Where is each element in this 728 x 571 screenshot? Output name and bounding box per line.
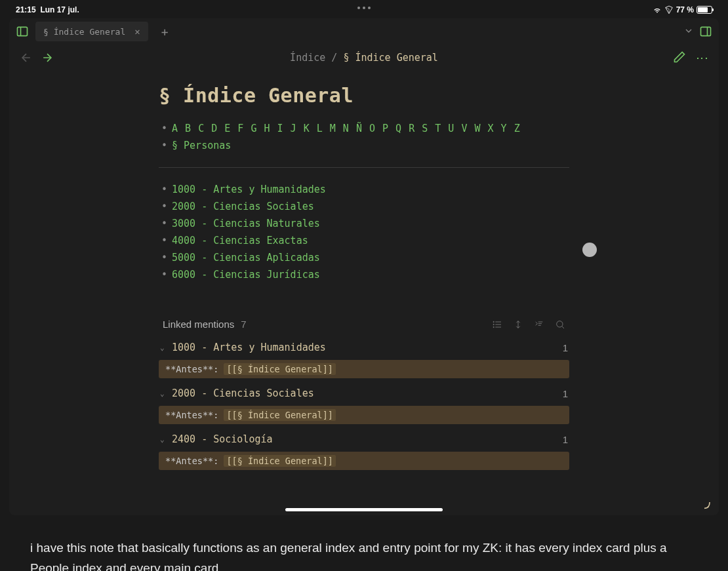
status-time-date: 21:15 Lun 17 jul. — [16, 5, 79, 14]
linked-mentions-label: Linked mentions — [163, 319, 234, 330]
alpha-link[interactable]: E — [224, 123, 230, 134]
alpha-link[interactable]: I — [277, 123, 283, 134]
alpha-link[interactable]: A — [172, 123, 178, 134]
alpha-link[interactable]: N — [343, 123, 349, 134]
mention-group-title: 2400 - Sociología — [172, 433, 273, 445]
app-window: § Índice General ✕ + Índice / § Índice G… — [9, 18, 719, 515]
breadcrumb[interactable]: Índice / § Índice General — [290, 52, 438, 64]
nav-bar: Índice / § Índice General ⋮ — [9, 45, 719, 71]
tab-title: § Índice General — [43, 27, 125, 37]
alpha-link[interactable]: Q — [395, 123, 401, 134]
alpha-link[interactable]: G — [251, 123, 256, 134]
mention-snippet[interactable]: **Antes**: [[§ Índice General]] — [159, 360, 569, 378]
mention-group-header[interactable]: ⌄2000 - Ciencias Sociales1 — [159, 385, 569, 402]
home-indicator[interactable] — [285, 508, 443, 511]
svg-rect-0 — [18, 27, 28, 35]
tab-dropdown-icon[interactable] — [683, 26, 695, 38]
svg-point-16 — [557, 321, 563, 326]
alpha-link[interactable]: B — [185, 123, 191, 134]
svg-point-10 — [493, 324, 494, 325]
divider — [159, 167, 569, 168]
category-link[interactable]: 4000 - Ciencias Exactas — [172, 235, 308, 246]
assistive-touch-cursor[interactable] — [582, 243, 597, 257]
sort-icon[interactable] — [513, 319, 523, 330]
close-tab-icon[interactable]: ✕ — [134, 26, 140, 37]
mention-group-title: 2000 - Ciencias Sociales — [172, 387, 314, 399]
alpha-link[interactable]: O — [369, 123, 375, 134]
battery-icon — [697, 6, 712, 14]
category-link[interactable]: 3000 - Ciencias Naturales — [172, 218, 320, 229]
mention-group: ⌄1000 - Artes y Humanidades1**Antes**: [… — [159, 339, 569, 378]
alpha-link[interactable]: Z — [514, 123, 520, 134]
alpha-link[interactable]: R — [409, 123, 415, 134]
mention-group: ⌄2400 - Sociología1**Antes**: [[§ Índice… — [159, 431, 569, 470]
alpha-link[interactable]: L — [317, 123, 323, 134]
collapse-icon[interactable] — [534, 319, 544, 330]
caption-text: i have this note that basically function… — [0, 515, 728, 571]
category-link[interactable]: 1000 - Artes y Humanidades — [172, 184, 326, 195]
personas-link[interactable]: § Personas — [172, 140, 231, 151]
chevron-down-icon: ⌄ — [160, 344, 169, 352]
alpha-link[interactable]: Y — [501, 123, 507, 134]
linked-mentions-header[interactable]: Linked mentions 7 — [159, 316, 569, 332]
chevron-down-icon: ⌄ — [160, 435, 169, 444]
tab-active[interactable]: § Índice General ✕ — [35, 22, 148, 41]
svg-line-17 — [562, 326, 564, 328]
alpha-link[interactable]: K — [304, 123, 310, 134]
list-view-icon[interactable] — [492, 319, 502, 330]
alpha-link[interactable]: P — [382, 123, 388, 134]
mention-group: ⌄2000 - Ciencias Sociales1**Antes**: [[§… — [159, 385, 569, 424]
mention-snippet[interactable]: **Antes**: [[§ Índice General]] — [159, 452, 569, 470]
status-right: 77 % — [653, 5, 712, 14]
alpha-index-row: A B C D E F G H I J K L M N Ñ O P Q R S … — [159, 120, 569, 137]
mention-group-count: 1 — [563, 388, 568, 399]
forward-button[interactable] — [41, 51, 54, 64]
alpha-link[interactable]: F — [237, 123, 243, 134]
quick-note-corner-icon[interactable] — [702, 500, 712, 510]
chevron-down-icon: ⌄ — [160, 389, 169, 398]
alpha-link[interactable]: V — [461, 123, 467, 134]
search-icon[interactable] — [555, 319, 565, 330]
left-panel-toggle-icon[interactable] — [16, 25, 29, 38]
alpha-link[interactable]: W — [474, 123, 480, 134]
svg-point-9 — [493, 321, 494, 322]
multitask-dots[interactable] — [357, 7, 371, 9]
mention-link-highlight: [[§ Índice General]] — [224, 409, 336, 421]
alpha-link[interactable]: H — [264, 123, 270, 134]
new-tab-button[interactable]: + — [156, 25, 174, 39]
alpha-link[interactable]: M — [330, 123, 336, 134]
back-button[interactable] — [20, 51, 33, 64]
right-panel-toggle-icon[interactable] — [699, 25, 712, 38]
alpha-link[interactable]: C — [198, 123, 204, 134]
alpha-link[interactable]: S — [422, 123, 428, 134]
category-link[interactable]: 2000 - Ciencias Sociales — [172, 201, 314, 212]
mention-group-header[interactable]: ⌄2400 - Sociología1 — [159, 431, 569, 448]
more-menu-icon[interactable]: ⋮ — [697, 52, 708, 63]
edit-icon[interactable] — [673, 50, 686, 66]
alpha-link[interactable]: Ñ — [356, 123, 362, 134]
page-title: § Índice General — [159, 84, 569, 107]
category-link[interactable]: 5000 - Ciencias Aplicadas — [172, 252, 320, 264]
note-content: § Índice General A B C D E F G H I J K L… — [9, 71, 719, 515]
alpha-link[interactable]: U — [448, 123, 454, 134]
tab-bar: § Índice General ✕ + — [9, 18, 719, 45]
alpha-link[interactable]: T — [435, 123, 441, 134]
breadcrumb-current: § Índice General — [343, 52, 438, 64]
linked-mentions-count: 7 — [241, 319, 246, 330]
linked-mentions-section: Linked mentions 7 ⌄1000 - Artes y Humani… — [159, 316, 569, 470]
mention-group-title: 1000 - Artes y Humanidades — [172, 342, 326, 353]
mention-snippet[interactable]: **Antes**: [[§ Índice General]] — [159, 406, 569, 424]
category-link[interactable]: 6000 - Ciencias Jurídicas — [172, 269, 320, 281]
mention-group-header[interactable]: ⌄1000 - Artes y Humanidades1 — [159, 339, 569, 356]
alpha-link[interactable]: D — [211, 123, 217, 134]
location-icon — [664, 5, 674, 14]
alpha-link[interactable]: J — [291, 123, 296, 134]
alpha-link[interactable]: X — [488, 123, 494, 134]
status-bar: 21:15 Lun 17 jul. 77 % — [0, 0, 728, 18]
breadcrumb-parent[interactable]: Índice — [290, 52, 325, 64]
mention-link-highlight: [[§ Índice General]] — [224, 363, 336, 375]
mention-link-highlight: [[§ Índice General]] — [224, 455, 336, 467]
svg-rect-2 — [701, 27, 711, 35]
mention-group-count: 1 — [563, 434, 568, 445]
mention-group-count: 1 — [563, 342, 568, 353]
